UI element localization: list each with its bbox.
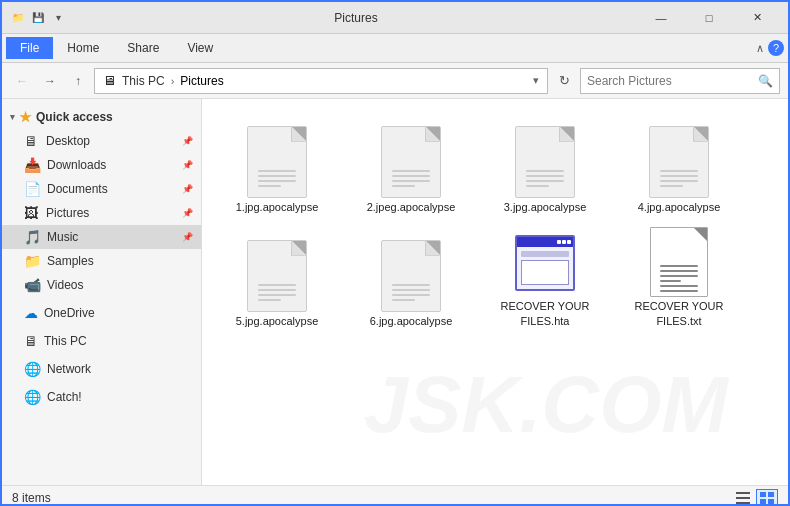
doc-line	[526, 175, 564, 177]
file-icon-container-8	[643, 227, 715, 297]
sidebar-item-catch[interactable]: 🌐 Catch!	[2, 385, 201, 409]
sidebar-label-documents: Documents	[47, 182, 176, 196]
doc-line	[392, 299, 415, 301]
forward-button[interactable]: →	[38, 69, 62, 93]
sidebar-label-thispc: This PC	[44, 334, 193, 348]
help-icon: ?	[768, 40, 784, 56]
sidebar-item-network[interactable]: 🌐 Network	[2, 357, 201, 381]
dropdown-icon: ▾	[50, 10, 66, 26]
breadcrumb-sep: ›	[171, 75, 175, 87]
up-button[interactable]: ↑	[66, 69, 90, 93]
doc-line	[660, 180, 698, 182]
file-item-8[interactable]: RECOVER YOUR FILES.txt	[614, 223, 744, 333]
dropdown-address-icon[interactable]: ▾	[533, 74, 539, 87]
pc-icon: 🖥	[103, 73, 116, 88]
tab-home[interactable]: Home	[53, 37, 113, 59]
refresh-button[interactable]: ↻	[552, 69, 576, 93]
pin-icon-downloads: 📌	[182, 160, 193, 170]
sidebar-label-pictures: Pictures	[46, 206, 176, 220]
pin-icon-desktop: 📌	[182, 136, 193, 146]
search-icon: 🔍	[758, 74, 773, 88]
close-button[interactable]: ✕	[734, 2, 780, 34]
status-bar: 8 items	[2, 485, 788, 506]
file-item-1[interactable]: 1.jpg.apocalypse	[212, 109, 342, 219]
minimize-button[interactable]: —	[638, 2, 684, 34]
grid-view-button[interactable]	[756, 489, 778, 507]
doc-line	[258, 185, 281, 187]
file-icon-container-7	[509, 228, 581, 297]
doc-line	[258, 175, 296, 177]
maximize-button[interactable]: □	[686, 2, 732, 34]
ribbon-tab-bar: File Home Share View ∧ ?	[2, 34, 788, 62]
tab-view[interactable]: View	[173, 37, 227, 59]
hta-content	[521, 260, 569, 285]
txt-line-short	[660, 280, 681, 282]
txt-line	[660, 265, 698, 267]
sidebar-item-music[interactable]: 🎵 Music 📌	[2, 225, 201, 249]
tab-file[interactable]: File	[6, 37, 53, 59]
svg-rect-0	[736, 492, 750, 494]
quick-access-label: Quick access	[36, 110, 113, 124]
doc-line	[526, 185, 549, 187]
file-item-4[interactable]: 4.jpg.apocalypse	[614, 109, 744, 219]
search-box[interactable]: 🔍	[580, 68, 780, 94]
chevron-down-icon: ▾	[10, 112, 15, 122]
sidebar-item-onedrive[interactable]: ☁ OneDrive	[2, 301, 201, 325]
sidebar-item-samples[interactable]: 📁 Samples	[2, 249, 201, 273]
sidebar-item-thispc[interactable]: 🖥 This PC	[2, 329, 201, 353]
file-name-4: 4.jpg.apocalypse	[638, 200, 721, 214]
tab-share[interactable]: Share	[113, 37, 173, 59]
file-icon-container-3	[509, 126, 581, 198]
back-button[interactable]: ←	[10, 69, 34, 93]
txt-line	[660, 270, 698, 272]
search-input[interactable]	[587, 74, 754, 88]
doc-line	[660, 175, 698, 177]
file-icon-container-5	[241, 240, 313, 312]
breadcrumb-thispc: This PC	[122, 74, 165, 88]
ribbon-expand[interactable]: ∧ ?	[756, 40, 784, 56]
address-input[interactable]: 🖥 This PC › Pictures ▾	[94, 68, 548, 94]
breadcrumb-pictures: Pictures	[180, 74, 223, 88]
sidebar-label-videos: Videos	[47, 278, 193, 292]
file-item-7[interactable]: RECOVER YOUR FILES.hta	[480, 223, 610, 333]
sidebar-item-pictures[interactable]: 🖼 Pictures 📌	[2, 201, 201, 225]
chevron-up-icon: ∧	[756, 42, 764, 55]
quicksave-icon: 💾	[30, 10, 46, 26]
txt-line	[660, 285, 698, 287]
svg-rect-5	[760, 499, 766, 504]
sidebar-item-downloads[interactable]: 📥 Downloads 📌	[2, 153, 201, 177]
sidebar-label-onedrive: OneDrive	[44, 306, 193, 320]
network-section: 🌐 Network	[2, 357, 201, 381]
file-item-2[interactable]: 2.jpeg.apocalypse	[346, 109, 476, 219]
file-grid: JSK.COM 1.jpg.apocalypse	[202, 99, 788, 485]
thispc-section: 🖥 This PC	[2, 329, 201, 353]
samples-icon: 📁	[24, 253, 41, 269]
window-title: Pictures	[74, 11, 638, 25]
catch-icon: 🌐	[24, 389, 41, 405]
svg-rect-1	[736, 497, 750, 499]
file-item-5[interactable]: 5.jpg.apocalypse	[212, 223, 342, 333]
hta-titlebar	[517, 237, 573, 247]
list-view-button[interactable]	[732, 489, 754, 507]
doc-line	[392, 175, 430, 177]
downloads-icon: 📥	[24, 157, 41, 173]
doc-line	[526, 170, 564, 172]
file-item-6[interactable]: 6.jpg.apocalypse	[346, 223, 476, 333]
ribbon: File Home Share View ∧ ?	[2, 34, 788, 63]
quick-access-header[interactable]: ▾ ★ Quick access	[2, 105, 201, 129]
sidebar-item-documents[interactable]: 📄 Documents 📌	[2, 177, 201, 201]
sidebar-item-desktop[interactable]: 🖥 Desktop 📌	[2, 129, 201, 153]
doc-line	[392, 170, 430, 172]
txt-line	[660, 290, 698, 292]
sidebar-item-videos[interactable]: 📹 Videos	[2, 273, 201, 297]
hta-dots	[557, 240, 571, 244]
onedrive-icon: ☁	[24, 305, 38, 321]
file-name-3: 3.jpg.apocalypse	[504, 200, 587, 214]
hta-toolbar	[521, 251, 569, 257]
doc-line	[392, 180, 430, 182]
sidebar-label-music: Music	[47, 230, 176, 244]
file-item-3[interactable]: 3.jpg.apocalypse	[480, 109, 610, 219]
doc-icon-6	[381, 240, 441, 312]
title-bar: 📁 💾 ▾ Pictures — □ ✕	[2, 2, 788, 34]
txt-line	[660, 275, 698, 277]
